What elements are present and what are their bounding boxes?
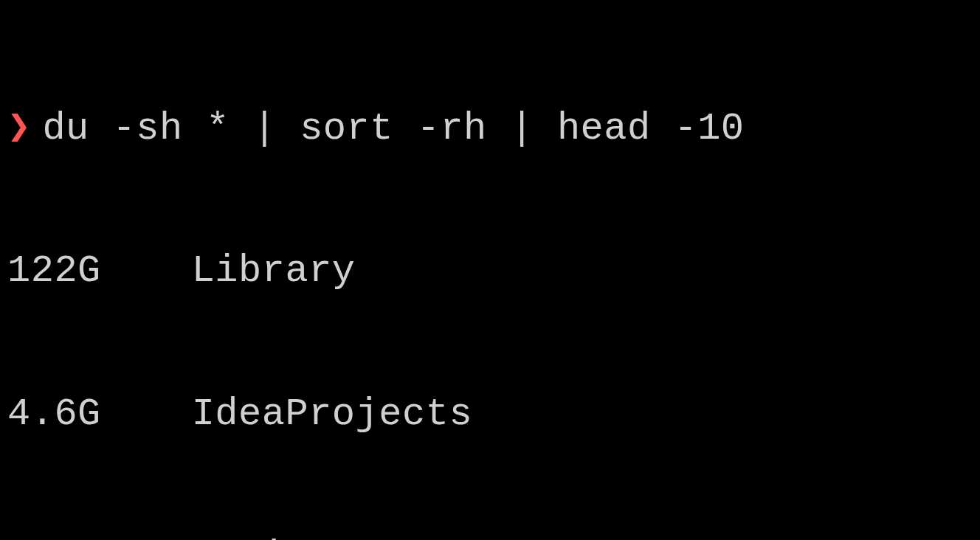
file-size: 122G [7,248,192,295]
command-text: du -sh * | sort -rh | head -10 [42,105,744,153]
command-line[interactable]: ❯ du -sh * | sort -rh | head -10 [7,105,973,153]
file-name: IdeaProjects [192,391,472,438]
output-row: 122G Library [7,248,973,295]
output-row: 3.9G Movies [7,533,973,540]
file-size: 3.9G [7,533,192,540]
terminal-window[interactable]: ❯ du -sh * | sort -rh | head -10 122G Li… [7,10,973,540]
file-name: Movies [192,533,332,540]
output-row: 4.6G IdeaProjects [7,391,973,438]
prompt-symbol-icon: ❯ [7,105,31,153]
file-size: 4.6G [7,391,192,438]
file-name: Library [192,248,356,295]
